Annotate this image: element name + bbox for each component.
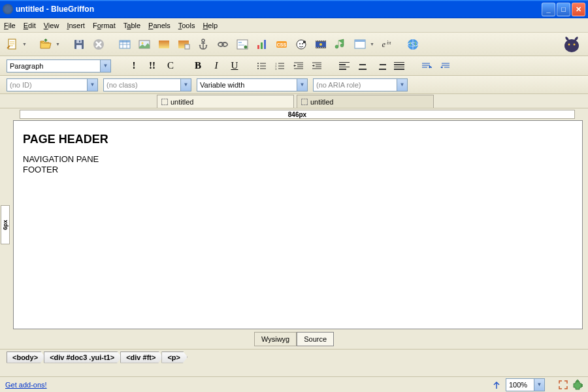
window-controls: _ □ ✕	[542, 3, 585, 16]
editor-area: 6px PAGE HEADER NAVIGATION PANE FOOTER	[0, 120, 588, 329]
maximize-button[interactable]: □	[557, 3, 570, 16]
gradient-icon[interactable]	[155, 36, 172, 53]
menu-table[interactable]: Table	[123, 22, 140, 29]
browser-icon[interactable]	[351, 36, 368, 53]
italic-button[interactable]: I	[209, 59, 223, 73]
dropdown-icon[interactable]: ▼	[370, 42, 374, 46]
ul-button[interactable]	[255, 59, 269, 73]
statusbar: Get add-ons! 100% ▼	[0, 376, 588, 392]
zoom-up-icon[interactable]	[491, 380, 502, 390]
menu-view[interactable]: View	[44, 22, 59, 29]
new-doc-icon[interactable]	[4, 36, 21, 53]
audio-icon[interactable]	[332, 36, 349, 53]
horizontal-ruler[interactable]: 846px	[20, 110, 575, 119]
anchor-icon[interactable]	[195, 36, 212, 53]
svg-point-13	[202, 39, 204, 42]
table-icon[interactable]	[116, 36, 133, 53]
breadcrumb-div2[interactable]: <div #ft>	[120, 351, 163, 363]
menu-help[interactable]: Help	[203, 22, 218, 29]
menu-tools[interactable]: Tools	[178, 22, 195, 29]
link-icon[interactable]	[214, 36, 231, 53]
ltr-button[interactable]	[419, 59, 434, 73]
clear-format-button[interactable]: C	[163, 59, 178, 73]
globe-icon[interactable]	[404, 36, 421, 53]
menu-format[interactable]: Format	[93, 22, 116, 29]
open-icon[interactable]	[37, 36, 54, 53]
breadcrumb-p[interactable]: <p>	[161, 351, 188, 363]
breadcrumb-div1[interactable]: <div #doc3 .yui-t1>	[44, 351, 122, 363]
app-icon	[3, 4, 13, 14]
align-center-button[interactable]	[355, 59, 370, 73]
source-view-button[interactable]: Source	[297, 332, 334, 346]
svg-text:e: e	[382, 40, 385, 49]
form-icon[interactable]	[234, 36, 251, 53]
math-icon[interactable]: eiπ	[378, 36, 395, 53]
editor-canvas[interactable]: PAGE HEADER NAVIGATION PANE FOOTER	[13, 120, 583, 329]
svg-point-41	[257, 63, 259, 64]
aria-combo[interactable]: (no ARIA role) ▼	[313, 78, 408, 91]
svg-rect-12	[185, 44, 189, 49]
priority1-button[interactable]: !	[127, 59, 141, 73]
chart-icon[interactable]	[253, 36, 270, 53]
svg-point-42	[257, 65, 259, 67]
tab-untitled-2[interactable]: untitled	[297, 95, 434, 108]
status-right: 100% ▼	[491, 378, 583, 391]
addons-link[interactable]: Get add-ons!	[5, 381, 47, 389]
paragraph-combo[interactable]: Paragraph ▼	[7, 59, 111, 73]
svg-point-43	[257, 68, 259, 69]
width-combo[interactable]: Variable width ▼	[197, 78, 308, 91]
extension-icon[interactable]	[572, 380, 583, 390]
breadcrumb-body[interactable]: <body>	[7, 351, 45, 363]
close-button[interactable]: ✕	[572, 3, 585, 16]
svg-point-31	[319, 43, 322, 46]
underline-button[interactable]: U	[227, 59, 242, 73]
image-icon[interactable]	[136, 36, 153, 53]
script-icon[interactable]	[293, 36, 310, 53]
page-header[interactable]: PAGE HEADER	[23, 133, 573, 146]
footer-text[interactable]: FOOTER	[23, 165, 573, 175]
nav-text[interactable]: NAVIGATION PANE	[23, 154, 573, 165]
svg-rect-7	[120, 41, 130, 42]
ol-button[interactable]: 123	[273, 59, 287, 73]
view-switcher: Wysiwyg Source	[0, 329, 588, 349]
outdent-button[interactable]	[291, 59, 306, 73]
ruler-row: 846px	[0, 108, 588, 120]
indent-button[interactable]	[310, 59, 324, 73]
gradient2-icon[interactable]	[175, 36, 192, 53]
tab-label: untitled	[310, 98, 333, 106]
vertical-ruler[interactable]: 6px	[1, 205, 10, 244]
css-icon[interactable]: CSS	[273, 36, 290, 53]
tab-untitled-1[interactable]: untitled	[157, 95, 294, 108]
align-right-button[interactable]	[374, 59, 388, 73]
menu-file[interactable]: File	[4, 22, 16, 29]
fit-screen-icon[interactable]	[558, 380, 568, 390]
minimize-button[interactable]: _	[542, 3, 555, 16]
dropdown-icon[interactable]: ▼	[56, 42, 60, 46]
align-justify-button[interactable]	[392, 59, 406, 73]
wysiwyg-view-button[interactable]: Wysiwyg	[254, 332, 297, 346]
menu-insert[interactable]: Insert	[67, 22, 85, 29]
priority2-button[interactable]: !!	[145, 59, 159, 73]
zoom-combo[interactable]: 100% ▼	[506, 378, 545, 391]
dropdown-icon[interactable]: ▼	[22, 42, 27, 46]
menu-panels[interactable]: Panels	[148, 22, 171, 29]
chevron-down-icon: ▼	[87, 79, 97, 91]
rtl-button[interactable]	[438, 59, 452, 73]
chevron-down-icon: ▼	[180, 79, 191, 91]
menu-edit[interactable]: Edit	[24, 22, 36, 29]
titlebar: untitled - BlueGriffon _ □ ✕	[0, 0, 588, 18]
svg-rect-18	[238, 44, 244, 46]
save-icon[interactable]	[71, 36, 88, 53]
class-combo[interactable]: (no class) ▼	[103, 78, 191, 91]
app-logo-icon	[562, 35, 581, 54]
align-left-button[interactable]	[337, 59, 351, 73]
svg-point-38	[564, 39, 579, 52]
stop-icon[interactable]	[90, 36, 107, 53]
id-combo[interactable]: (no ID) ▼	[7, 78, 98, 91]
zoom-value: 100%	[509, 381, 527, 389]
bold-button[interactable]: B	[191, 59, 205, 73]
svg-rect-4	[79, 41, 80, 42]
svg-text:iπ: iπ	[387, 40, 391, 46]
menubar: File Edit View Insert Format Table Panel…	[0, 18, 588, 33]
video-icon[interactable]	[312, 36, 329, 53]
